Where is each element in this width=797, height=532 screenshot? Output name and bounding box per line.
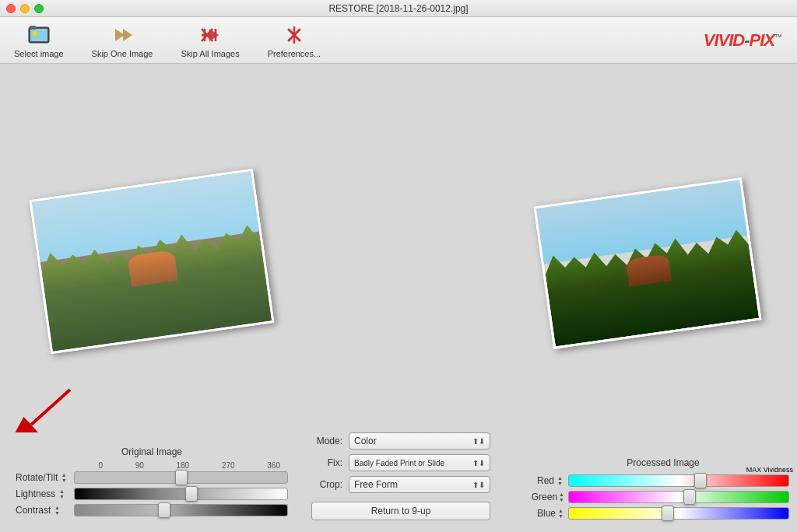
red-stepper[interactable]: ▲ ▼ (556, 475, 564, 486)
processed-photo (533, 177, 761, 349)
preferences-icon (282, 23, 307, 47)
green-stepper[interactable]: ▲ ▼ (559, 492, 564, 502)
right-panel: Processed Image MAX Vividness Red ▲ ▼ (498, 64, 797, 532)
rotate-control-row: Rotate/Tilt ▲ ▼ (8, 471, 296, 484)
mode-label: Mode: (311, 436, 342, 446)
blue-row: Blue ▲ ▼ (537, 507, 789, 520)
blue-label: Blue ▲ ▼ (537, 508, 564, 519)
svg-rect-1 (30, 29, 47, 41)
titlebar: RESTORE [2018-11-26-0012.jpg] (0, 0, 797, 17)
middle-image-spacer (311, 72, 490, 429)
rotate-up[interactable]: ▲ (59, 472, 68, 478)
rotate-down[interactable]: ▼ (59, 478, 68, 483)
lightness-down[interactable]: ▼ (57, 494, 66, 499)
ruler-marks: 0 90 180 270 360 (98, 461, 280, 470)
red-label: Red ▲ ▼ (537, 475, 564, 486)
traffic-lights (6, 4, 44, 13)
rotate-ruler: 0 90 180 270 360 (8, 461, 296, 470)
green-row: Green ▲ ▼ (537, 491, 789, 503)
ruler-180: 180 (176, 461, 189, 470)
main-content: Original Image 0 90 180 270 360 Rotate/T… (0, 64, 797, 532)
red-slider-thumb[interactable] (694, 473, 707, 488)
mode-dropdown-arrow: ⬆⬇ (472, 437, 485, 446)
return-btn-label: Return to 9-up (371, 506, 431, 516)
svg-point-2 (33, 31, 37, 36)
vivid-pix-logo: VIVID-PIX™ (704, 30, 781, 51)
minimize-button[interactable] (20, 4, 30, 13)
blue-slider-thumb[interactable] (662, 506, 674, 521)
lightness-thumb[interactable] (185, 486, 198, 502)
select-image-icon (26, 23, 51, 47)
green-slider-track[interactable] (568, 491, 789, 503)
controls-area: Original Image 0 90 180 270 360 Rotate/T… (8, 443, 296, 524)
contrast-label: Contrast ▲ ▼ (16, 505, 70, 516)
svg-marker-5 (123, 29, 132, 41)
left-panel: Original Image 0 90 180 270 360 Rotate/T… (0, 64, 304, 532)
fix-value: Badly Faded Print or Slide (354, 459, 444, 467)
green-label: Green ▲ ▼ (537, 492, 564, 502)
lightness-control-row: Lightness ▲ ▼ (8, 488, 296, 500)
contrast-slider-track[interactable] (74, 504, 288, 516)
return-to-9up-button[interactable]: Return to 9-up (311, 502, 490, 520)
fix-dropdown[interactable]: Badly Faded Print or Slide ⬆⬇ (349, 454, 490, 471)
original-image-label: Original Image (8, 446, 296, 457)
original-photo-container (39, 176, 265, 339)
max-vividness-label: MAX Vividness (746, 466, 793, 474)
ruler-90: 90 (135, 461, 144, 470)
contrast-thumb[interactable] (158, 502, 170, 518)
mode-controls: Mode: Color ⬆⬇ Fix: Badly Faded Print or… (311, 429, 490, 524)
red-arrow-icon (16, 386, 78, 432)
crop-dropdown-arrow: ⬆⬇ (472, 481, 485, 489)
preferences-button[interactable]: Preferences... (262, 19, 327, 61)
ruler-0: 0 (98, 461, 103, 470)
blue-stepper[interactable]: ▲ ▼ (557, 508, 564, 519)
skip-one-icon (110, 23, 135, 47)
rotate-label: Rotate/Tilt ▲ ▼ (16, 472, 70, 483)
close-button[interactable] (6, 4, 16, 13)
blue-slider-track[interactable] (568, 507, 789, 520)
processed-image-area (506, 72, 789, 455)
contrast-control-row: Contrast ▲ ▼ (8, 504, 296, 516)
red-row: Red ▲ ▼ (537, 474, 789, 487)
fix-label: Fix: (311, 457, 342, 468)
toolbar: Select image Skip One Image Skip All Ima… (0, 17, 797, 64)
lightness-slider-track[interactable] (74, 488, 288, 500)
skip-one-image-button[interactable]: Skip One Image (86, 19, 160, 61)
window-title: RESTORE [2018-11-26-0012.jpg] (328, 3, 468, 14)
skip-all-label: Skip All Images (181, 49, 239, 58)
contrast-down[interactable]: ▼ (52, 510, 61, 516)
logo-tm: ™ (774, 32, 781, 40)
maximize-button[interactable] (34, 4, 44, 13)
contrast-stepper[interactable]: ▲ ▼ (52, 505, 61, 516)
logo-vivid: VIVID (704, 30, 744, 50)
mode-value: Color (354, 436, 377, 446)
ruler-360: 360 (267, 461, 280, 470)
rotate-thumb[interactable] (175, 470, 188, 485)
color-sliders: MAX Vividness Red ▲ ▼ (537, 472, 789, 522)
fix-dropdown-arrow: ⬆⬇ (472, 459, 485, 467)
crop-dropdown[interactable]: Free Form ⬆⬇ (349, 476, 490, 493)
preferences-label: Preferences... (268, 49, 321, 58)
green-slider-thumb[interactable] (683, 489, 696, 505)
original-image-area (8, 72, 296, 443)
lightness-up[interactable]: ▲ (57, 488, 66, 494)
crop-row: Crop: Free Form ⬆⬇ (311, 476, 490, 493)
mode-dropdown[interactable]: Color ⬆⬇ (349, 432, 490, 450)
skip-all-images-button[interactable]: Skip All Images (174, 19, 245, 61)
fade-overlay (32, 171, 272, 352)
contrast-up[interactable]: ▲ (52, 505, 61, 510)
arrow-indicator (16, 386, 78, 435)
crop-label: Crop: (311, 479, 342, 490)
lightness-stepper[interactable]: ▲ ▼ (57, 488, 66, 499)
crop-value: Free Form (354, 479, 398, 490)
middle-panel: Mode: Color ⬆⬇ Fix: Badly Faded Print or… (304, 64, 498, 532)
select-image-button[interactable]: Select image (8, 19, 70, 61)
rotate-slider-track[interactable] (74, 471, 288, 484)
svg-rect-3 (30, 26, 36, 30)
fix-row: Fix: Badly Faded Print or Slide ⬆⬇ (311, 454, 490, 471)
rotate-stepper[interactable]: ▲ ▼ (59, 472, 68, 483)
skip-one-label: Skip One Image (92, 49, 153, 58)
red-slider-track[interactable] (568, 474, 789, 487)
svg-line-17 (31, 390, 70, 425)
logo-pix: PIX (750, 30, 774, 50)
